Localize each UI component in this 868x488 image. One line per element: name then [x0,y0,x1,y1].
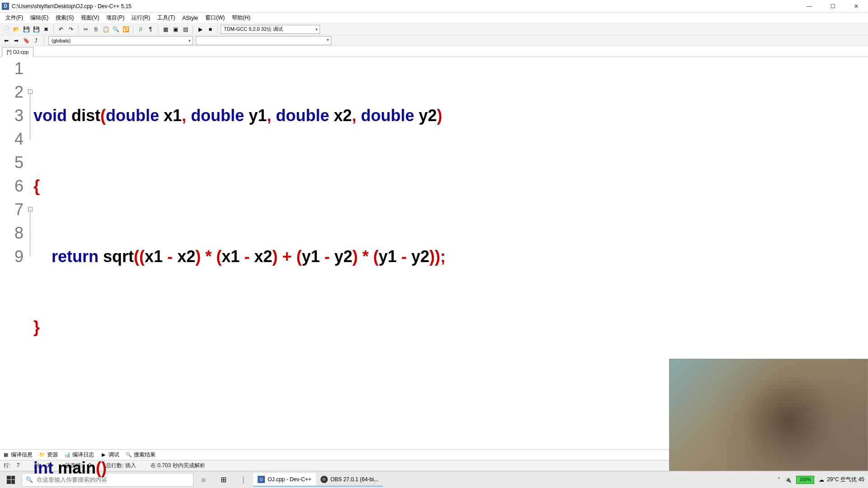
code-line[interactable]: { [33,174,868,198]
member-select[interactable] [196,36,331,45]
toolbar-separator [193,25,193,33]
toolbar-separator [78,25,79,33]
uncomment-icon[interactable]: ¶ [146,25,155,34]
fold-toggle-icon[interactable]: - [28,89,33,94]
toolbar-scope: ⬅ ➡ 🔖 ⤴ (globals) [0,35,868,46]
bookmark-icon[interactable]: 🔖 [22,36,31,45]
nav-fwd-icon[interactable]: ➡ [12,36,21,45]
copy-icon[interactable]: ⎘ [91,25,100,34]
menu-project[interactable]: 项目(P) [103,13,128,23]
tab-compile-info[interactable]: ▦编译信息 [3,451,33,459]
find-icon[interactable]: 🔍 [111,25,120,34]
window-title: C:\Users\shiyifan\Desktop\OJ.cpp - Dev-C… [12,3,803,9]
replace-icon[interactable]: 🔁 [121,25,130,34]
search-icon: 🔍 [26,476,33,483]
close-file-icon[interactable]: ✖ [42,25,51,34]
app-icon: D [2,3,9,10]
menu-edit[interactable]: 编辑(E) [27,13,52,23]
editor-tabstrip: [*] OJ.cpp [0,46,868,57]
webcam-overlay [669,359,868,471]
line-number: 2 [0,80,24,104]
line-number: 4 [0,127,24,151]
code-line[interactable]: void dist(double x1, double y1, double x… [33,104,868,127]
menu-search[interactable]: 搜索(S) [52,13,77,23]
new-file-icon[interactable]: 📄 [2,25,11,34]
menu-astyle[interactable]: AStyle [179,14,202,22]
close-button[interactable]: ✕ [850,2,863,11]
code-line[interactable]: return sqrt((x1 - x2) * (x1 - x2) + (y1 … [33,245,868,268]
menu-tools[interactable]: 工具(T) [154,13,179,23]
fold-column: - - [28,57,33,449]
menu-view[interactable]: 视图(V) [77,13,103,23]
maximize-button[interactable]: ☐ [826,2,839,11]
toolbar-separator [217,25,218,33]
cut-icon[interactable]: ✂ [81,25,90,34]
code-line[interactable]: } [33,315,868,339]
run-icon[interactable]: ▣ [171,25,180,34]
toolbar-separator [43,37,44,45]
comment-icon[interactable]: // [136,25,145,34]
file-tab-oj-cpp[interactable]: [*] OJ.cpp [2,47,33,57]
toolbar-main: 📄 📂 💾 💾 ✖ ↶ ↷ ✂ ⎘ 📋 🔍 🔁 // ¶ ▦ ▣ ▤ ▶ ■ T… [0,23,868,35]
line-number: 9 [0,245,24,268]
start-button[interactable] [0,471,22,488]
debug-start-icon[interactable]: ▶ [196,25,205,34]
open-file-icon[interactable]: 📂 [12,25,21,34]
scope-select[interactable]: (globals) [48,36,193,45]
goto-icon[interactable]: ⤴ [32,36,41,45]
line-number: 3 [0,104,24,127]
status-row: 行: 7 [4,462,19,469]
line-number: 6 [0,174,24,198]
menu-file[interactable]: 文件(F) [2,13,27,23]
toolbar-separator [158,25,158,33]
save-icon[interactable]: 💾 [22,25,31,34]
menu-bar: 文件(F) 编辑(E) 搜索(S) 视图(V) 项目(P) 运行(R) 工具(T… [0,13,868,23]
line-number: 8 [0,221,24,245]
undo-icon[interactable]: ↶ [57,25,66,34]
save-all-icon[interactable]: 💾 [32,25,41,34]
line-number: 5 [0,151,24,174]
line-number-gutter: 1 2 3 4 5 6 7 8 9 [0,57,28,449]
compile-run-icon[interactable]: ▤ [181,25,190,34]
nav-back-icon[interactable]: ⬅ [2,36,11,45]
toolbar-separator [133,25,133,33]
redo-icon[interactable]: ↷ [66,25,75,34]
tab-label: 编译信息 [11,451,33,459]
line-number: 7 [0,198,24,221]
grid-icon: ▦ [3,452,9,458]
compiler-select[interactable]: TDM-GCC 9.2.0 32位 调试 [221,25,320,34]
menu-run[interactable]: 运行(R) [128,13,154,23]
paste-icon[interactable]: 📋 [101,25,110,34]
menu-help[interactable]: 帮助(H) [228,13,254,23]
compile-icon[interactable]: ▦ [161,25,170,34]
debug-stop-icon[interactable]: ■ [206,25,215,34]
window-titlebar: D C:\Users\shiyifan\Desktop\OJ.cpp - Dev… [0,0,868,13]
fold-guide [30,94,30,139]
menu-window[interactable]: 窗口(W) [202,13,228,23]
fold-guide [30,211,30,257]
toolbar-separator [53,25,54,33]
line-number: 1 [0,57,24,80]
fold-toggle-icon[interactable]: - [28,207,33,211]
minimize-button[interactable]: — [803,2,816,11]
windows-logo-icon [7,476,15,484]
